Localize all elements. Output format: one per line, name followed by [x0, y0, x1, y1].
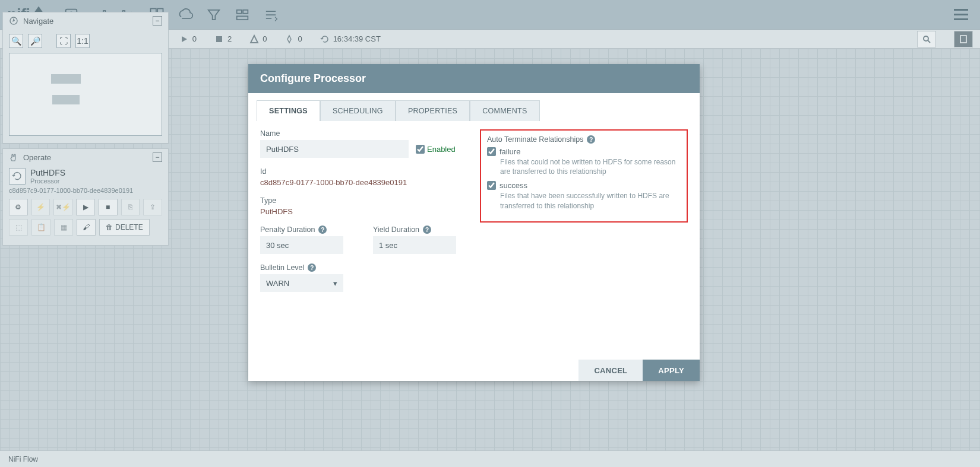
- auto-terminate-box: Auto Terminate Relationships? failure Fi…: [480, 129, 688, 223]
- tab-scheduling[interactable]: SCHEDULING: [320, 100, 396, 121]
- add-funnel-button[interactable]: [200, 2, 228, 27]
- yield-help-icon[interactable]: ?: [423, 225, 431, 234]
- bulletin-value: WARN: [266, 279, 289, 288]
- start-button[interactable]: ▶: [76, 199, 95, 215]
- penalty-help-icon[interactable]: ?: [318, 225, 327, 234]
- auto-terminate-help-icon[interactable]: ?: [587, 135, 595, 144]
- id-value: c8d857c9-0177-1000-bb70-dee4839e0191: [260, 178, 468, 187]
- tab-settings[interactable]: SETTINGS: [257, 100, 320, 121]
- relationship-success-desc: Files that have been successfully writte…: [500, 191, 681, 210]
- paste-button[interactable]: 📋: [31, 219, 50, 236]
- tab-properties[interactable]: PROPERTIES: [396, 100, 470, 121]
- relationship-failure-desc: Files that could not be written to HDFS …: [500, 157, 681, 176]
- navigate-palette: Navigate − 🔍 🔎 ⛶ 1:1: [2, 12, 169, 144]
- navigate-collapse-button[interactable]: −: [153, 16, 162, 26]
- search-button[interactable]: [917, 31, 936, 47]
- template-button[interactable]: ⎘: [121, 199, 140, 215]
- settings-right-column: Auto Terminate Relationships? failure Fi…: [480, 129, 688, 354]
- svg-point-18: [924, 36, 928, 41]
- bulletin-board-button[interactable]: [954, 31, 973, 47]
- delete-button[interactable]: 🗑 DELETE: [99, 219, 150, 236]
- svg-rect-17: [216, 36, 222, 42]
- penalty-input[interactable]: [260, 236, 343, 254]
- status-invalid: 0: [249, 34, 267, 44]
- chevron-down-icon: ▾: [333, 279, 337, 288]
- processor-type-icon: [9, 168, 26, 185]
- operate-palette: Operate − PutHDFS Processor c8d857c9-017…: [2, 148, 169, 246]
- add-remote-process-group-button[interactable]: [171, 2, 200, 27]
- relationship-failure-row[interactable]: failure: [487, 147, 681, 156]
- penalty-label: Penalty Duration: [260, 225, 315, 234]
- status-disabled: 0: [284, 34, 302, 44]
- svg-rect-7: [237, 9, 242, 13]
- yield-input[interactable]: [373, 236, 456, 254]
- operate-title: Operate: [23, 153, 51, 162]
- name-input[interactable]: [260, 140, 409, 158]
- zoom-in-button[interactable]: 🔍: [9, 34, 23, 48]
- hand-icon: [9, 153, 18, 162]
- copy-button[interactable]: ⬚: [9, 219, 28, 236]
- relationship-failure-checkbox[interactable]: [487, 147, 496, 156]
- operate-collapse-button[interactable]: −: [153, 153, 162, 162]
- id-label: Id: [260, 167, 468, 176]
- zoom-fit-button[interactable]: ⛶: [56, 34, 71, 48]
- relationship-failure: failure Files that could not be written …: [487, 147, 681, 176]
- relationship-success-checkbox[interactable]: [487, 181, 496, 190]
- apply-button[interactable]: APPLY: [643, 360, 700, 381]
- relationship-success-name: success: [500, 181, 527, 190]
- upload-template-button[interactable]: ⇪: [143, 199, 162, 215]
- dialog-title: Configure Processor: [248, 64, 700, 93]
- zoom-out-button[interactable]: 🔎: [28, 34, 42, 48]
- operate-proc-type: Processor: [30, 177, 65, 185]
- relationship-success: success Files that have been successfull…: [487, 181, 681, 210]
- operate-proc-name: PutHDFS: [30, 168, 65, 177]
- disable-button[interactable]: ✖⚡: [53, 199, 72, 215]
- type-value: PutHDFS: [260, 207, 468, 216]
- bulletin-help-icon[interactable]: ?: [308, 263, 316, 272]
- compass-icon: [9, 16, 18, 26]
- add-template-button[interactable]: [228, 2, 257, 27]
- dialog-footer: CANCEL APPLY: [248, 360, 700, 381]
- group-button[interactable]: ▦: [54, 219, 73, 236]
- navigate-title: Navigate: [23, 17, 53, 26]
- bulletin-label: Bulletin Level: [260, 263, 304, 272]
- cancel-button[interactable]: CANCEL: [578, 360, 643, 381]
- tab-comments[interactable]: COMMENTS: [470, 100, 539, 121]
- bulletin-select[interactable]: WARN ▾: [260, 274, 343, 292]
- zoom-actual-button[interactable]: 1:1: [75, 34, 90, 48]
- breadcrumb-root[interactable]: NiFi Flow: [8, 455, 38, 463]
- enabled-checkbox[interactable]: [416, 145, 425, 154]
- configure-button[interactable]: ⚙: [9, 199, 28, 215]
- dialog-tabs: SETTINGS SCHEDULING PROPERTIES COMMENTS: [248, 93, 700, 121]
- enabled-label: Enabled: [427, 145, 456, 154]
- relationship-failure-name: failure: [500, 147, 520, 156]
- configure-processor-dialog: Configure Processor SETTINGS SCHEDULING …: [248, 64, 700, 381]
- relationship-success-row[interactable]: success: [487, 181, 681, 190]
- type-label: Type: [260, 196, 468, 205]
- settings-left-column: Name Enabled Id c8d857c9-0177-1000-bb70-…: [260, 129, 468, 354]
- enabled-checkbox-row[interactable]: Enabled: [416, 145, 456, 154]
- auto-terminate-label: Auto Terminate Relationships: [487, 135, 583, 144]
- svg-rect-9: [237, 16, 248, 20]
- svg-rect-19: [960, 36, 966, 43]
- enable-button[interactable]: ⚡: [31, 199, 50, 215]
- stop-button[interactable]: ■: [99, 199, 118, 215]
- yield-label: Yield Duration: [373, 225, 419, 234]
- operate-proc-id: c8d857c9-0177-1000-bb70-dee4839e0191: [9, 187, 162, 194]
- add-label-button[interactable]: [257, 2, 285, 27]
- svg-rect-8: [243, 9, 248, 13]
- global-menu-button[interactable]: [949, 3, 973, 27]
- status-refresh-time: 16:34:39 CST: [320, 34, 381, 44]
- birdseye-minimap[interactable]: [9, 53, 162, 136]
- status-running: 0: [179, 34, 197, 44]
- color-button[interactable]: 🖌: [77, 219, 96, 236]
- name-label: Name: [260, 129, 468, 138]
- status-stopped: 2: [214, 34, 232, 44]
- breadcrumb-bar: NiFi Flow: [0, 450, 980, 467]
